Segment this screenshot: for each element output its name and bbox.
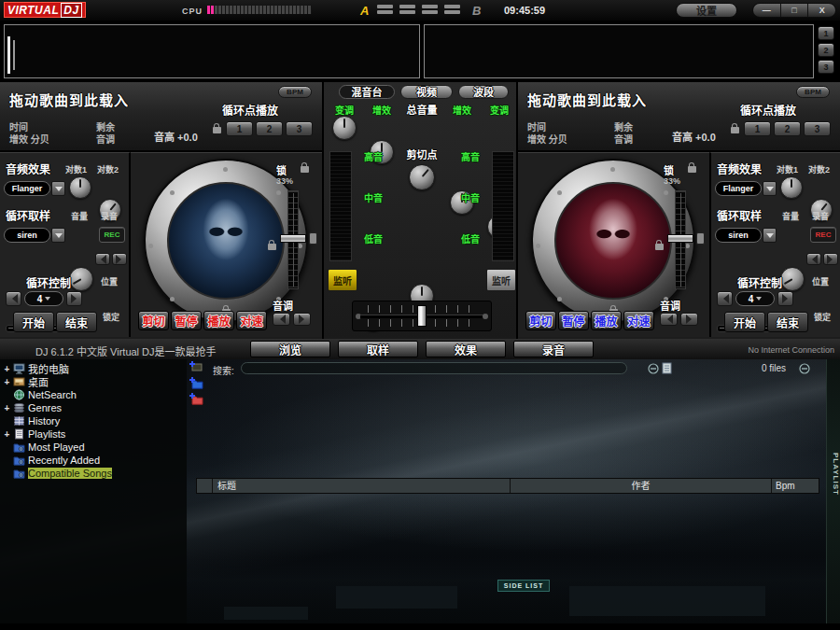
sampler-rec-button[interactable]: REC [810,227,836,243]
tab-browse[interactable]: 浏览 [250,341,330,357]
maximize-button[interactable]: □ [781,4,809,17]
tab-effects[interactable]: 效果 [426,341,506,357]
sidebar-item-netsearch[interactable]: NetSearch [0,388,187,401]
pitch-bend-up-button[interactable] [680,313,698,326]
crossfader-handle[interactable] [417,305,427,327]
keylock-icon[interactable] [688,166,696,173]
loop-stop-button[interactable]: 结束 [767,312,808,332]
add-computer-icon[interactable] [189,361,203,374]
add-filter-folder-icon[interactable] [189,393,203,406]
sidebar-item-recently-added[interactable]: Recently Added [0,454,187,467]
pitch-lock-icon[interactable] [655,244,664,250]
hotcue-1-button[interactable]: 1 [744,121,771,136]
loop-double-button[interactable] [66,291,82,306]
column-header-artist[interactable]: 作者 [511,479,771,493]
dropdown-arrow-icon[interactable] [763,228,777,243]
collapse-circle-icon[interactable] [799,363,810,374]
hotcue-3-button[interactable]: 3 [286,121,313,136]
pitch-bend-up-button[interactable] [293,313,311,326]
sampler-volume-knob[interactable] [69,267,93,291]
tab-video[interactable]: 视频 [400,85,453,99]
effect-select[interactable]: Flanger [4,181,65,196]
loop-half-button[interactable] [6,291,21,306]
tab-mixer[interactable]: 混音台 [339,85,395,99]
loop-start-button[interactable]: 开始 [724,312,765,332]
sample-next-button[interactable] [112,253,127,265]
loop-length-select[interactable]: 4 [24,291,63,306]
loop-half-button[interactable] [717,291,733,306]
monitor-right-button[interactable]: 监听 [486,269,516,291]
dropdown-arrow-icon[interactable] [51,228,65,243]
column-header-title[interactable]: 标题 [213,479,510,493]
sample-next-button[interactable] [823,253,838,265]
fx-param1-knob[interactable] [780,176,803,199]
loop-stop-button[interactable]: 结束 [56,312,97,332]
effect-select[interactable]: Flanger [715,181,777,196]
close-button[interactable]: X [808,4,835,17]
monitor-left-button[interactable]: 监听 [328,269,357,291]
cue-button[interactable]: 剪切 [138,311,169,330]
expander[interactable]: + [4,364,10,374]
pitch-slider-handle[interactable] [667,234,693,243]
loop-double-button[interactable] [777,291,793,306]
tab-record[interactable]: 录音 [513,341,594,357]
collapse-circle-icon[interactable] [648,363,659,374]
column-header-icon[interactable] [197,479,212,493]
loop-length-select[interactable]: 4 [735,291,775,306]
sidebar-item-compatible-songs[interactable]: Compatible Songs [0,467,187,480]
dropdown-arrow-icon[interactable] [763,181,777,196]
search-input[interactable] [241,362,627,374]
crossfader[interactable] [352,301,492,331]
master-volume-knob[interactable] [409,164,435,190]
minimize-button[interactable]: — [753,4,781,17]
settings-button[interactable]: 设置 [676,3,737,18]
hotcue-2-button[interactable]: 2 [774,121,801,136]
bpm-button[interactable]: BPM [796,86,830,98]
tab-sample[interactable]: 取样 [338,341,418,357]
keylock-icon[interactable] [301,166,309,173]
lock-icon[interactable] [731,127,739,133]
pause-button[interactable]: 暂停 [558,311,589,330]
column-header-bpm[interactable]: Bpm [772,479,819,493]
pitch-bend-down-button[interactable] [273,313,290,326]
sample-select[interactable]: siren [715,228,777,243]
sidebar-item-history[interactable]: History [0,414,187,427]
expander[interactable]: + [4,377,10,387]
sidebar-item-most-played[interactable]: Most Played [0,441,187,454]
sample-prev-button[interactable] [806,253,821,265]
loop-start-button[interactable]: 开始 [13,312,54,332]
play-button[interactable]: 播放 [591,311,622,330]
sample-select[interactable]: siren [4,228,65,243]
sample-prev-button[interactable] [95,253,110,265]
expander[interactable]: + [4,429,10,440]
cue-marker-2-button[interactable]: 2 [818,43,834,57]
bpm-button[interactable]: BPM [278,86,312,98]
tab-band[interactable]: 波段 [458,85,509,99]
expander[interactable]: + [4,403,10,413]
sampler-rec-button[interactable]: REC [99,227,125,243]
sidebar-item-genres[interactable]: + Genres [0,401,187,414]
sync-button[interactable]: 对速 [236,311,267,330]
waveform-deck-b[interactable] [424,24,814,78]
add-virtual-folder-icon[interactable] [189,377,203,390]
playlist-panel-tab[interactable]: PLAYLIST [826,359,840,623]
page-icon[interactable] [662,362,672,374]
pitch-lock-icon[interactable] [268,244,276,250]
pause-button[interactable]: 暂停 [171,311,202,330]
side-list-button[interactable]: SIDE LIST [497,580,550,592]
lock-icon[interactable] [213,127,221,133]
sampler-volume-knob[interactable] [780,267,805,291]
key-left-knob[interactable] [332,116,357,140]
sidebar-item-playlists[interactable]: + Playlists [0,427,187,441]
pitch-reset-button[interactable] [309,232,317,245]
sidebar-item-desktop[interactable]: + 桌面 [0,375,187,388]
waveform-deck-a[interactable] [4,24,420,78]
play-button[interactable]: 播放 [203,311,234,330]
pitch-bend-down-button[interactable] [660,313,678,326]
sync-button[interactable]: 对速 [623,311,654,330]
pitch-slider-handle[interactable] [280,234,306,243]
hotcue-3-button[interactable]: 3 [804,121,831,136]
hotcue-2-button[interactable]: 2 [256,121,283,136]
hotcue-1-button[interactable]: 1 [226,121,253,136]
fx-param1-knob[interactable] [69,176,91,199]
